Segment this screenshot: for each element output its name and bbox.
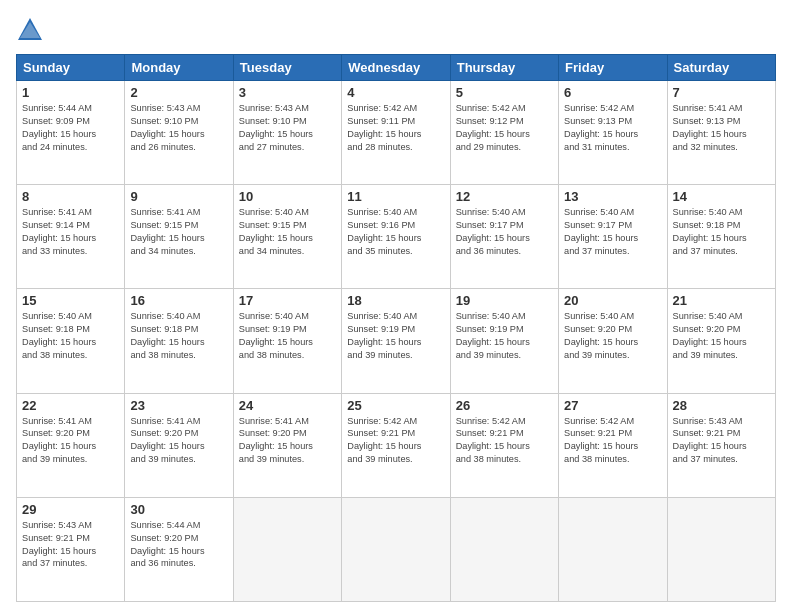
calendar-cell: 17Sunrise: 5:40 AMSunset: 9:19 PMDayligh… xyxy=(233,289,341,393)
day-number: 3 xyxy=(239,85,336,100)
day-number: 5 xyxy=(456,85,553,100)
calendar-cell: 3Sunrise: 5:43 AMSunset: 9:10 PMDaylight… xyxy=(233,81,341,185)
calendar-week-row: 29Sunrise: 5:43 AMSunset: 9:21 PMDayligh… xyxy=(17,497,776,601)
calendar-body: 1Sunrise: 5:44 AMSunset: 9:09 PMDaylight… xyxy=(17,81,776,602)
day-number: 27 xyxy=(564,398,661,413)
calendar-cell: 20Sunrise: 5:40 AMSunset: 9:20 PMDayligh… xyxy=(559,289,667,393)
calendar-week-row: 15Sunrise: 5:40 AMSunset: 9:18 PMDayligh… xyxy=(17,289,776,393)
day-number: 11 xyxy=(347,189,444,204)
calendar-week-row: 1Sunrise: 5:44 AMSunset: 9:09 PMDaylight… xyxy=(17,81,776,185)
calendar-cell: 15Sunrise: 5:40 AMSunset: 9:18 PMDayligh… xyxy=(17,289,125,393)
day-number: 4 xyxy=(347,85,444,100)
day-number: 22 xyxy=(22,398,119,413)
day-info: Sunrise: 5:40 AMSunset: 9:18 PMDaylight:… xyxy=(130,310,227,362)
calendar-week-row: 8Sunrise: 5:41 AMSunset: 9:14 PMDaylight… xyxy=(17,185,776,289)
header-day: Monday xyxy=(125,55,233,81)
day-info: Sunrise: 5:42 AMSunset: 9:12 PMDaylight:… xyxy=(456,102,553,154)
calendar-cell: 4Sunrise: 5:42 AMSunset: 9:11 PMDaylight… xyxy=(342,81,450,185)
day-info: Sunrise: 5:40 AMSunset: 9:15 PMDaylight:… xyxy=(239,206,336,258)
calendar-cell: 23Sunrise: 5:41 AMSunset: 9:20 PMDayligh… xyxy=(125,393,233,497)
calendar-cell: 25Sunrise: 5:42 AMSunset: 9:21 PMDayligh… xyxy=(342,393,450,497)
calendar-cell: 18Sunrise: 5:40 AMSunset: 9:19 PMDayligh… xyxy=(342,289,450,393)
day-info: Sunrise: 5:41 AMSunset: 9:13 PMDaylight:… xyxy=(673,102,770,154)
calendar-cell: 29Sunrise: 5:43 AMSunset: 9:21 PMDayligh… xyxy=(17,497,125,601)
calendar-cell xyxy=(667,497,775,601)
svg-marker-1 xyxy=(20,22,40,38)
day-number: 17 xyxy=(239,293,336,308)
calendar-table: SundayMondayTuesdayWednesdayThursdayFrid… xyxy=(16,54,776,602)
header-day: Thursday xyxy=(450,55,558,81)
day-number: 28 xyxy=(673,398,770,413)
day-number: 9 xyxy=(130,189,227,204)
day-number: 24 xyxy=(239,398,336,413)
day-number: 26 xyxy=(456,398,553,413)
calendar-week-row: 22Sunrise: 5:41 AMSunset: 9:20 PMDayligh… xyxy=(17,393,776,497)
day-number: 13 xyxy=(564,189,661,204)
calendar-cell: 26Sunrise: 5:42 AMSunset: 9:21 PMDayligh… xyxy=(450,393,558,497)
header-day: Saturday xyxy=(667,55,775,81)
calendar-cell: 9Sunrise: 5:41 AMSunset: 9:15 PMDaylight… xyxy=(125,185,233,289)
calendar-cell xyxy=(342,497,450,601)
calendar-cell: 7Sunrise: 5:41 AMSunset: 9:13 PMDaylight… xyxy=(667,81,775,185)
day-number: 14 xyxy=(673,189,770,204)
day-number: 23 xyxy=(130,398,227,413)
day-number: 2 xyxy=(130,85,227,100)
day-number: 16 xyxy=(130,293,227,308)
calendar-cell: 12Sunrise: 5:40 AMSunset: 9:17 PMDayligh… xyxy=(450,185,558,289)
header xyxy=(16,16,776,44)
day-info: Sunrise: 5:40 AMSunset: 9:16 PMDaylight:… xyxy=(347,206,444,258)
day-info: Sunrise: 5:41 AMSunset: 9:20 PMDaylight:… xyxy=(130,415,227,467)
calendar-cell: 11Sunrise: 5:40 AMSunset: 9:16 PMDayligh… xyxy=(342,185,450,289)
day-number: 18 xyxy=(347,293,444,308)
day-info: Sunrise: 5:40 AMSunset: 9:20 PMDaylight:… xyxy=(564,310,661,362)
calendar-cell: 27Sunrise: 5:42 AMSunset: 9:21 PMDayligh… xyxy=(559,393,667,497)
logo xyxy=(16,16,46,44)
calendar-cell: 10Sunrise: 5:40 AMSunset: 9:15 PMDayligh… xyxy=(233,185,341,289)
calendar-header: SundayMondayTuesdayWednesdayThursdayFrid… xyxy=(17,55,776,81)
day-info: Sunrise: 5:40 AMSunset: 9:18 PMDaylight:… xyxy=(22,310,119,362)
day-number: 21 xyxy=(673,293,770,308)
day-number: 10 xyxy=(239,189,336,204)
calendar-cell: 24Sunrise: 5:41 AMSunset: 9:20 PMDayligh… xyxy=(233,393,341,497)
day-info: Sunrise: 5:40 AMSunset: 9:19 PMDaylight:… xyxy=(239,310,336,362)
day-info: Sunrise: 5:43 AMSunset: 9:21 PMDaylight:… xyxy=(22,519,119,571)
day-info: Sunrise: 5:41 AMSunset: 9:20 PMDaylight:… xyxy=(239,415,336,467)
day-info: Sunrise: 5:42 AMSunset: 9:21 PMDaylight:… xyxy=(456,415,553,467)
day-info: Sunrise: 5:43 AMSunset: 9:21 PMDaylight:… xyxy=(673,415,770,467)
day-info: Sunrise: 5:42 AMSunset: 9:21 PMDaylight:… xyxy=(564,415,661,467)
day-info: Sunrise: 5:44 AMSunset: 9:20 PMDaylight:… xyxy=(130,519,227,571)
page: SundayMondayTuesdayWednesdayThursdayFrid… xyxy=(0,0,792,612)
calendar-cell: 21Sunrise: 5:40 AMSunset: 9:20 PMDayligh… xyxy=(667,289,775,393)
day-number: 19 xyxy=(456,293,553,308)
calendar-cell: 14Sunrise: 5:40 AMSunset: 9:18 PMDayligh… xyxy=(667,185,775,289)
day-number: 1 xyxy=(22,85,119,100)
day-info: Sunrise: 5:40 AMSunset: 9:17 PMDaylight:… xyxy=(564,206,661,258)
calendar-cell: 5Sunrise: 5:42 AMSunset: 9:12 PMDaylight… xyxy=(450,81,558,185)
day-number: 30 xyxy=(130,502,227,517)
day-number: 29 xyxy=(22,502,119,517)
calendar-cell: 22Sunrise: 5:41 AMSunset: 9:20 PMDayligh… xyxy=(17,393,125,497)
day-info: Sunrise: 5:40 AMSunset: 9:19 PMDaylight:… xyxy=(456,310,553,362)
calendar-cell xyxy=(559,497,667,601)
day-info: Sunrise: 5:44 AMSunset: 9:09 PMDaylight:… xyxy=(22,102,119,154)
calendar-cell: 1Sunrise: 5:44 AMSunset: 9:09 PMDaylight… xyxy=(17,81,125,185)
day-info: Sunrise: 5:42 AMSunset: 9:13 PMDaylight:… xyxy=(564,102,661,154)
day-number: 25 xyxy=(347,398,444,413)
calendar-cell: 28Sunrise: 5:43 AMSunset: 9:21 PMDayligh… xyxy=(667,393,775,497)
header-day: Sunday xyxy=(17,55,125,81)
calendar-cell: 6Sunrise: 5:42 AMSunset: 9:13 PMDaylight… xyxy=(559,81,667,185)
header-day: Tuesday xyxy=(233,55,341,81)
calendar-cell xyxy=(233,497,341,601)
day-number: 20 xyxy=(564,293,661,308)
day-info: Sunrise: 5:41 AMSunset: 9:20 PMDaylight:… xyxy=(22,415,119,467)
day-info: Sunrise: 5:40 AMSunset: 9:17 PMDaylight:… xyxy=(456,206,553,258)
header-day: Friday xyxy=(559,55,667,81)
day-number: 8 xyxy=(22,189,119,204)
header-day: Wednesday xyxy=(342,55,450,81)
calendar-cell: 30Sunrise: 5:44 AMSunset: 9:20 PMDayligh… xyxy=(125,497,233,601)
day-number: 7 xyxy=(673,85,770,100)
day-info: Sunrise: 5:43 AMSunset: 9:10 PMDaylight:… xyxy=(239,102,336,154)
day-info: Sunrise: 5:43 AMSunset: 9:10 PMDaylight:… xyxy=(130,102,227,154)
calendar-cell: 13Sunrise: 5:40 AMSunset: 9:17 PMDayligh… xyxy=(559,185,667,289)
day-info: Sunrise: 5:41 AMSunset: 9:15 PMDaylight:… xyxy=(130,206,227,258)
